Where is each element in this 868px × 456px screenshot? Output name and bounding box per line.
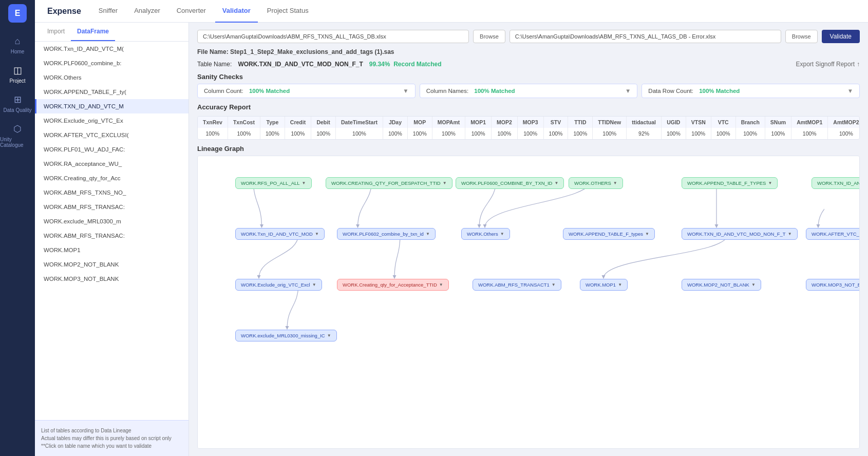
graph-node[interactable]: WORK.OTHERS▼ (569, 177, 623, 189)
tab-import[interactable]: Import (41, 23, 71, 41)
node-expand-arrow[interactable]: ▼ (554, 181, 558, 185)
left-panel: Import DataFrame WORK.Txn_ID_AND_VTC_M(W… (35, 23, 189, 456)
graph-node[interactable]: WORK.APPEND_TABLE_F_TYPES▼ (682, 177, 778, 189)
app-title: Expense (45, 7, 81, 16)
node-expand-arrow[interactable]: ▼ (768, 181, 772, 185)
node-label: WORK.MOP1 (586, 282, 616, 288)
error-file-input[interactable] (510, 30, 781, 43)
node-label: WORK.TXN_ID_AND_VTC_MOD_NON_F_T (687, 231, 786, 237)
graph-node[interactable]: WORK.TXN_ID_AND_VTC_MOD_NON_F_T▼ (682, 228, 798, 240)
tab-sniffer[interactable]: Sniffer (91, 0, 125, 23)
lineage-graph[interactable]: WORK.RFS_PO_ALL_ALL▼WORK.CREATING_QTY_FO… (197, 156, 860, 449)
graph-node[interactable]: WORK.PLF0602_combine_by_txn_id▼ (337, 228, 436, 240)
list-item[interactable]: WORK.ABM_RFS_TRANSAC: (35, 229, 188, 243)
node-expand-arrow[interactable]: ▼ (426, 232, 430, 236)
accuracy-cell: 100% (407, 128, 432, 139)
file-name-value: Step1_1_Step2_Make_exclusions_and_add_ta… (230, 48, 394, 55)
tab-analyzer[interactable]: Analyzer (127, 0, 167, 23)
source-file-input[interactable] (197, 30, 469, 43)
graph-node[interactable]: WORK.MOP2_NOT_BLANK▼ (682, 279, 761, 291)
sanity-dropdown-arrow[interactable]: ▼ (625, 88, 631, 94)
node-expand-arrow[interactable]: ▼ (645, 232, 649, 236)
accuracy-cell: 100% (465, 128, 492, 139)
node-expand-arrow[interactable]: ▼ (613, 181, 617, 185)
accuracy-cell: 100% (432, 128, 465, 139)
node-expand-arrow[interactable]: ▼ (327, 333, 331, 338)
list-item[interactable]: WORK.Txn_ID_AND_VTC_M( (35, 42, 188, 56)
accuracy-report-section: Accuracy Report TxnRevTxnCostTypeCreditD… (197, 103, 860, 140)
node-label: WORK.ABM_RFS_TRANSACT1 (478, 282, 550, 288)
accuracy-table-wrap: TxnRevTxnCostTypeCreditDebitDateTimeStar… (197, 116, 860, 140)
graph-node[interactable]: WORK.MOP3_NOT_BLANK▼ (806, 279, 860, 291)
graph-node[interactable]: WORK.APPEND_TABLE_F_types▼ (563, 228, 655, 240)
graph-node[interactable]: WORK.PLF0600_COMBINE_BY_TXN_ID▼ (456, 177, 564, 189)
accuracy-cell: 100% (517, 128, 543, 139)
accuracy-title: Accuracy Report (197, 103, 860, 111)
node-label: WORK.Exclude_orig_VTC_Excl (241, 282, 310, 288)
list-item[interactable]: WORK.Exclude_orig_VTC_Ex (35, 113, 188, 128)
node-expand-arrow[interactable]: ▼ (751, 282, 756, 287)
browse-source-button[interactable]: Browse (473, 30, 505, 43)
list-item[interactable]: WORK.ABM_RFS_TXNS_NO_ (35, 185, 188, 200)
list-item[interactable]: WORK.MOP3_NOT_BLANK (35, 272, 188, 286)
match-badge: 99.34% Record Matched (369, 61, 442, 68)
graph-node[interactable]: WORK.MOP1▼ (580, 279, 628, 291)
browse-error-button[interactable]: Browse (785, 30, 818, 43)
graph-node[interactable]: WORK.AFTER_VTC_EXCLUSIONS_ALL▼ (806, 228, 860, 240)
export-signoff-button[interactable]: Export Signoff Report ↑ (796, 61, 860, 68)
list-item[interactable]: WORK.AFTER_VTC_EXCLUSI( (35, 128, 188, 142)
graph-node[interactable]: WORK.Others▼ (461, 228, 510, 240)
tab-converter[interactable]: Converter (169, 0, 213, 23)
list-item[interactable]: WORK.ABM_RFS_TRANSAC: (35, 200, 188, 214)
sanity-dropdown-arrow[interactable]: ▼ (847, 88, 853, 94)
sidebar-item-data-quality[interactable]: ⊞ Data Quality (0, 89, 35, 118)
node-expand-arrow[interactable]: ▼ (443, 181, 447, 185)
accuracy-col-header: TxnRev (198, 117, 228, 128)
list-item[interactable]: WORK.Creating_qty_for_Acc (35, 171, 188, 185)
list-item[interactable]: WORK.Others (35, 70, 188, 85)
tab-dataframe[interactable]: DataFrame (71, 23, 115, 41)
tab-project-status[interactable]: Project Status (260, 0, 316, 23)
list-item[interactable]: WORK.MOP1 (35, 243, 188, 257)
node-expand-arrow[interactable]: ▼ (788, 232, 792, 236)
graph-node[interactable]: WORK.Txn_ID_AND_VTC_MOD▼ (235, 228, 325, 240)
validate-button[interactable]: Validate (822, 30, 860, 43)
sidebar-item-project[interactable]: ◫ Project (0, 60, 35, 89)
sanity-value: 100% Matched (699, 88, 740, 94)
accuracy-col-header: MOP3 (517, 117, 543, 128)
node-expand-arrow[interactable]: ▼ (302, 181, 306, 185)
accuracy-cell: 100% (285, 128, 311, 139)
sanity-dropdown-arrow[interactable]: ▼ (403, 88, 408, 94)
graph-node[interactable]: WORK.ABM_RFS_TRANSACT1▼ (473, 279, 561, 291)
node-expand-arrow[interactable]: ▼ (315, 232, 319, 236)
sanity-card: Data Row Count: 100% Matched▼ (641, 84, 860, 98)
graph-node[interactable]: WORK.Exclude_orig_VTC_Excl▼ (235, 279, 322, 291)
graph-node[interactable]: WORK.RFS_PO_ALL_ALL▼ (235, 177, 312, 189)
sidebar-item-unity[interactable]: ⬡ Unity Catalogue (0, 118, 35, 153)
list-item[interactable]: WORK.MOP2_NOT_BLANK (35, 257, 188, 272)
list-item[interactable]: WORK.RA_acceptance_WU_ (35, 157, 188, 171)
list-item[interactable]: WORK.PLF0600_combine_b: (35, 56, 188, 70)
graph-node[interactable]: WORK.exclude_MRL0300_missing_IC▼ (235, 330, 337, 341)
graph-node[interactable]: WORK.TXN_ID_AND_VTC_MOD_MAX_ONLY▼ (812, 177, 860, 189)
graph-node[interactable]: WORK.CREATING_QTY_FOR_DESPATCH_TTID▼ (326, 177, 452, 189)
node-expand-arrow[interactable]: ▼ (439, 282, 443, 287)
node-expand-arrow[interactable]: ▼ (500, 232, 504, 236)
list-item[interactable]: WORK.TXN_ID_AND_VTC_M (35, 99, 188, 113)
accuracy-col-header: MOPAmt (432, 117, 465, 128)
list-item[interactable]: WORK.exclude_MRL0300_m (35, 214, 188, 229)
list-item[interactable]: WORK.APPEND_TABLE_F_ty( (35, 85, 188, 99)
node-expand-arrow[interactable]: ▼ (618, 282, 622, 287)
accuracy-cell: 100% (543, 128, 568, 139)
accuracy-col-header: UGID (661, 117, 686, 128)
unity-icon: ⬡ (13, 123, 22, 135)
table-label: Table Name: (197, 61, 232, 68)
list-item[interactable]: WORK.PLF01_WU_ADJ_FAC: (35, 142, 188, 157)
sidebar-item-home[interactable]: ⌂ Home (0, 31, 35, 60)
node-expand-arrow[interactable]: ▼ (312, 282, 316, 287)
node-label: WORK.MOP2_NOT_BLANK (687, 282, 749, 288)
tab-validator[interactable]: Validator (215, 0, 258, 23)
node-expand-arrow[interactable]: ▼ (552, 282, 556, 287)
graph-node[interactable]: WORK.Creating_qty_for_Acceptance_TTID▼ (337, 279, 449, 291)
app-logo: E (8, 4, 27, 23)
